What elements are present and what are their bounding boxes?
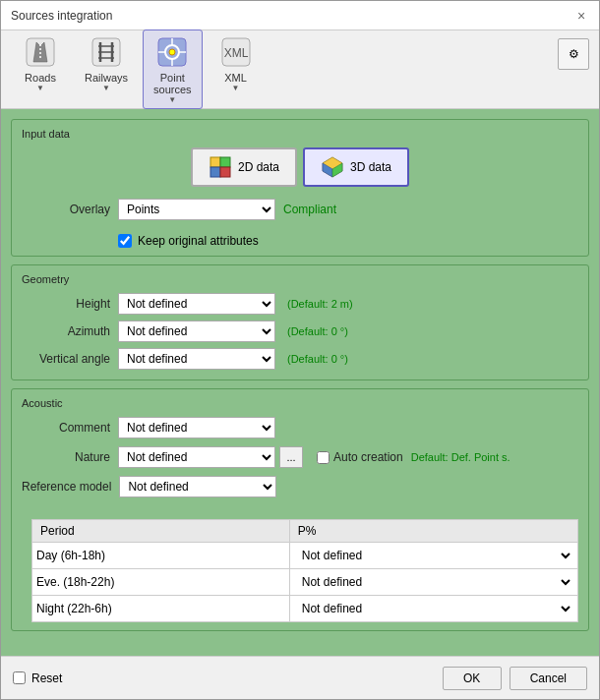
reference-model-select[interactable]: Not defined bbox=[119, 476, 276, 497]
vertical-angle-row: Vertical angle Not defined (Default: 0 °… bbox=[22, 348, 578, 370]
input-data-section: Input data 2D data bbox=[11, 119, 589, 257]
period-table-container: Period P% Day (6h-18h) Not defined bbox=[31, 511, 578, 622]
eve-period-label: Eve. (18h-22h) bbox=[32, 569, 290, 596]
period-col-header: Period bbox=[32, 520, 290, 543]
footer: Reset OK Cancel bbox=[1, 656, 599, 699]
eve-period-value: Not defined bbox=[289, 569, 577, 596]
toolbar-item-xml[interactable]: XML XML ▼ bbox=[207, 29, 266, 109]
roads-label: Roads bbox=[25, 72, 56, 84]
toolbar-items: Roads ▼ Railways ▼ bbox=[11, 29, 266, 109]
gear-icon: ⚙ bbox=[569, 47, 579, 61]
title-bar: Sources integration × bbox=[1, 1, 599, 30]
3d-data-label: 3D data bbox=[350, 160, 391, 174]
azimuth-select[interactable]: Not defined bbox=[118, 321, 275, 342]
azimuth-hint: (Default: 0 °) bbox=[287, 325, 348, 337]
vertical-angle-select[interactable]: Not defined bbox=[118, 348, 275, 370]
point-sources-arrow: ▼ bbox=[168, 95, 176, 104]
2d-data-button[interactable]: 2D data bbox=[191, 147, 297, 187]
footer-buttons: OK Cancel bbox=[443, 667, 587, 690]
azimuth-label: Azimuth bbox=[22, 324, 110, 338]
overlay-row: Overlay Points Lines Polygons Compliant bbox=[22, 199, 578, 220]
2d-data-label: 2D data bbox=[238, 160, 279, 174]
railways-icon bbox=[89, 34, 124, 70]
svg-rect-18 bbox=[210, 157, 220, 167]
input-data-title: Input data bbox=[22, 128, 578, 140]
railways-label: Railways bbox=[85, 72, 128, 84]
height-row: Height Not defined (Default: 2 m) bbox=[22, 293, 578, 315]
point-sources-icon bbox=[154, 34, 190, 70]
xml-arrow: ▼ bbox=[232, 84, 240, 92]
nature-label: Nature bbox=[22, 450, 110, 464]
footer-left: Reset bbox=[13, 671, 62, 685]
period-table: Period P% Day (6h-18h) Not defined bbox=[31, 519, 578, 622]
eve-period-select[interactable]: Not defined bbox=[294, 571, 573, 593]
height-select[interactable]: Not defined bbox=[118, 293, 275, 315]
reference-model-label: Reference model bbox=[22, 480, 111, 494]
svg-rect-20 bbox=[210, 167, 220, 177]
3d-data-button[interactable]: 3D data bbox=[303, 147, 409, 187]
vertical-angle-hint: (Default: 0 °) bbox=[287, 353, 348, 365]
nature-browse-button[interactable]: ... bbox=[279, 446, 303, 468]
nature-controls: Not defined ... bbox=[118, 446, 303, 468]
svg-point-15 bbox=[169, 49, 175, 55]
day-period-label: Day (6h-18h) bbox=[32, 543, 290, 569]
reset-checkbox[interactable] bbox=[13, 671, 26, 684]
keep-original-row: Keep original attributes bbox=[118, 234, 578, 248]
reference-model-row: Reference model Not defined bbox=[22, 476, 578, 497]
svg-text:XML: XML bbox=[223, 46, 248, 60]
table-row: Day (6h-18h) Not defined bbox=[32, 543, 578, 569]
night-period-select[interactable]: Not defined bbox=[294, 598, 573, 619]
svg-rect-21 bbox=[220, 167, 230, 177]
window-title: Sources integration bbox=[11, 9, 112, 23]
keep-original-checkbox[interactable] bbox=[118, 234, 132, 248]
point-sources-label: Pointsources bbox=[153, 72, 192, 95]
railways-arrow: ▼ bbox=[102, 84, 110, 92]
keep-original-label: Keep original attributes bbox=[138, 234, 259, 248]
nature-select[interactable]: Not defined bbox=[118, 446, 275, 468]
night-period-label: Night (22h-6h) bbox=[32, 596, 290, 622]
cancel-button[interactable]: Cancel bbox=[510, 667, 587, 690]
height-label: Height bbox=[22, 297, 110, 311]
night-period-value: Not defined bbox=[289, 596, 577, 622]
overlay-select[interactable]: Points Lines Polygons bbox=[118, 199, 275, 220]
main-window: Sources integration × Roads ▼ bbox=[0, 0, 600, 700]
comment-label: Comment bbox=[22, 421, 110, 435]
xml-icon: XML bbox=[218, 34, 254, 70]
auto-creation-label: Auto creation bbox=[333, 450, 403, 464]
toolbar-item-roads[interactable]: Roads ▼ bbox=[11, 29, 70, 109]
toolbar-item-railways[interactable]: Railways ▼ bbox=[74, 29, 139, 109]
roads-arrow: ▼ bbox=[36, 84, 44, 92]
table-row: Night (22h-6h) Not defined bbox=[32, 596, 578, 622]
comment-row: Comment Not defined bbox=[22, 417, 578, 438]
overlay-label: Overlay bbox=[22, 203, 110, 216]
close-button[interactable]: × bbox=[573, 8, 589, 24]
geometry-section: Geometry Height Not defined (Default: 2 … bbox=[11, 264, 589, 380]
table-row: Eve. (18h-22h) Not defined bbox=[32, 569, 578, 596]
settings-button[interactable]: ⚙ bbox=[558, 38, 589, 70]
acoustic-section: Acoustic Comment Not defined Nature Not … bbox=[11, 388, 589, 631]
day-period-select[interactable]: Not defined bbox=[294, 545, 573, 566]
p-percent-col-header: P% bbox=[289, 520, 577, 543]
ok-button[interactable]: OK bbox=[443, 667, 502, 690]
nature-row: Nature Not defined ... Auto creation Def… bbox=[22, 446, 578, 468]
roads-icon bbox=[23, 34, 58, 70]
compliant-text: Compliant bbox=[283, 203, 336, 216]
geometry-title: Geometry bbox=[22, 273, 578, 285]
height-hint: (Default: 2 m) bbox=[287, 298, 353, 310]
xml-label: XML bbox=[224, 72, 247, 84]
comment-select[interactable]: Not defined bbox=[118, 417, 275, 438]
main-content: Input data 2D data bbox=[1, 109, 599, 656]
3d-icon bbox=[321, 155, 344, 179]
toolbar-item-point-sources[interactable]: Pointsources ▼ bbox=[143, 29, 203, 109]
auto-creation-container: Auto creation Default: Def. Point s. bbox=[317, 450, 510, 464]
data-type-buttons: 2D data 3D data bbox=[22, 147, 578, 187]
acoustic-title: Acoustic bbox=[22, 397, 578, 409]
day-period-value: Not defined bbox=[289, 543, 577, 569]
vertical-angle-label: Vertical angle bbox=[22, 352, 110, 366]
reset-label: Reset bbox=[31, 671, 62, 685]
default-hint: Default: Def. Point s. bbox=[411, 451, 510, 463]
auto-creation-checkbox[interactable] bbox=[317, 451, 330, 464]
svg-rect-19 bbox=[220, 157, 230, 167]
azimuth-row: Azimuth Not defined (Default: 0 °) bbox=[22, 321, 578, 342]
toolbar: Roads ▼ Railways ▼ bbox=[1, 30, 599, 109]
